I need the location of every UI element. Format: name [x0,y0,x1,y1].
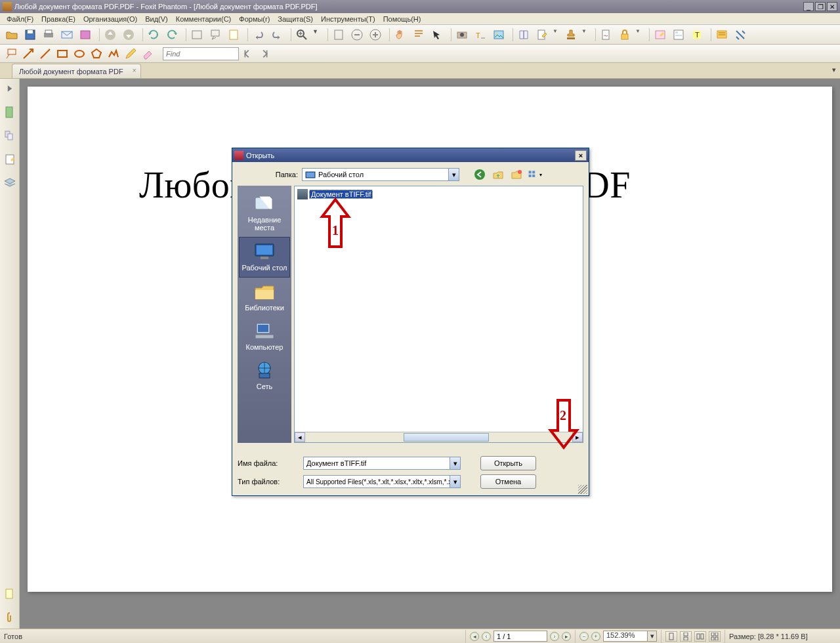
continuous-facing-view-icon[interactable] [709,631,721,642]
combo-arrow-icon[interactable]: ▾ [448,169,459,180]
snapshot-icon[interactable] [453,26,471,43]
view-menu-icon[interactable]: ▾ [528,167,542,182]
dialog-close-button[interactable]: × [575,150,587,161]
attachments-icon[interactable] [3,610,17,625]
cancel-button[interactable]: Отмена [480,474,536,489]
rect-shape-icon[interactable] [54,46,71,62]
email-icon[interactable] [58,26,75,43]
menu-edit[interactable]: Правка(E) [37,15,79,23]
sticky-note-icon[interactable] [713,26,730,43]
callout-shape-icon[interactable] [3,46,20,62]
place-network[interactable]: Сеть [239,356,290,396]
scroll-thumb[interactable] [404,433,489,442]
sign-doc-icon[interactable] [598,26,615,43]
zoom-combo[interactable]: 152.39% ▾ [603,631,657,642]
form-edit-icon[interactable] [652,26,669,43]
comments-icon[interactable] [3,152,17,167]
fit-width-minus-icon[interactable] [348,26,366,43]
dropdown-arrow-icon[interactable]: ▼ [552,26,561,43]
text-callout-icon[interactable] [207,26,224,43]
continuous-view-icon[interactable] [680,631,692,642]
nav-up-icon[interactable] [102,26,119,43]
bookmarks-icon[interactable] [3,105,17,119]
highlight-text-icon[interactable]: T [688,26,705,43]
search-prev-icon[interactable] [239,46,256,62]
select-arrow-icon[interactable] [429,26,446,43]
rotate-ccw-icon[interactable] [145,26,162,43]
combo-arrow-icon[interactable]: ▾ [450,457,460,469]
undo-icon[interactable] [250,26,267,43]
zoom-in-button[interactable]: + [591,632,600,641]
print-icon[interactable] [40,26,57,43]
note-icon[interactable] [225,26,242,43]
open-icon[interactable] [3,26,20,43]
next-page-icon[interactable]: › [550,632,559,641]
scroll-right-icon[interactable]: ▸ [572,432,583,442]
signatures-icon[interactable] [3,587,17,601]
rotate-cw-icon[interactable] [163,26,180,43]
fit-width-plus-icon[interactable] [367,26,384,43]
h-scrollbar[interactable]: ◂ ▸ [295,432,583,442]
pages-icon[interactable] [3,129,17,143]
hand-icon[interactable] [392,26,409,43]
place-desktop[interactable]: Рабочий стол [239,237,290,278]
polyline-shape-icon[interactable] [105,46,122,62]
menu-comments[interactable]: Комментарии(C) [172,15,236,23]
folder-combo[interactable]: Рабочий стол ▾ [302,168,459,181]
filename-combo[interactable]: Документ вTIFF.tif ▾ [303,457,461,470]
single-page-view-icon[interactable] [665,631,677,642]
zoom-in-icon[interactable] [293,26,310,43]
back-icon[interactable] [472,167,487,182]
sidebar-toggle-icon[interactable] [3,81,17,96]
eraser-icon[interactable] [139,46,156,62]
link-icon[interactable] [732,26,749,43]
last-page-icon[interactable]: ▸ [562,632,571,641]
file-item[interactable]: Документ вTIFF.tif [297,189,373,199]
oval-shape-icon[interactable] [71,46,88,62]
typewriter-icon[interactable]: T [472,26,489,43]
search-next-icon[interactable] [256,46,273,62]
minimize-button[interactable]: _ [803,2,814,11]
new-folder-icon[interactable] [509,167,524,182]
menu-protect[interactable]: Защита(S) [274,15,317,23]
combo-arrow-icon[interactable]: ▾ [647,631,656,641]
first-page-icon[interactable]: ◂ [470,632,479,641]
line-shape-icon[interactable] [37,46,54,62]
text-box-icon[interactable] [188,26,205,43]
save-icon[interactable] [22,26,39,43]
zoom-out-icon[interactable]: ▼ [312,26,322,43]
close-button[interactable]: ✕ [827,2,837,11]
close-tab-icon[interactable]: × [133,67,136,74]
open-button[interactable]: Открыть [480,456,536,470]
menu-file[interactable]: Файл(F) [3,15,37,23]
menu-forms[interactable]: Формы(r) [235,15,274,23]
search-input[interactable] [163,47,239,60]
dropdown-arrow-icon[interactable]: ▼ [635,26,644,43]
fit-page-icon[interactable] [330,26,347,43]
stamp-icon[interactable] [562,26,579,43]
resize-grip[interactable] [578,485,587,494]
form-fields-icon[interactable] [670,26,687,43]
place-libraries[interactable]: Библиотеки [239,278,290,317]
page-input[interactable] [494,631,547,642]
menu-organization[interactable]: Организация(O) [79,15,141,23]
book-icon[interactable] [515,26,532,43]
scan-icon[interactable] [77,26,94,43]
dropdown-arrow-icon[interactable]: ▼ [581,26,590,43]
document-tab[interactable]: Любой документ формата PDF × [12,64,141,78]
polygon-shape-icon[interactable] [88,46,105,62]
filetype-combo[interactable]: All Supported Files(*.xls,*.xlt,*.xlsx,*… [303,475,461,488]
edit-doc-icon[interactable] [534,26,551,43]
arrow-shape-icon[interactable] [20,46,37,62]
place-recent[interactable]: Недавние места [239,190,290,237]
tab-overflow-icon[interactable]: ▾ [832,66,836,74]
lock-icon[interactable] [616,26,633,43]
menu-help[interactable]: Помощь(H) [379,15,425,23]
image-icon[interactable] [490,26,507,43]
place-computer[interactable]: Компьютер [239,317,290,356]
file-list[interactable]: Документ вTIFF.tif ◂ ▸ [294,186,583,443]
zoom-out-button[interactable]: − [579,632,589,641]
menu-view[interactable]: Вид(V) [141,15,172,23]
prev-page-icon[interactable]: ‹ [482,632,491,641]
nav-down-icon[interactable] [120,26,137,43]
